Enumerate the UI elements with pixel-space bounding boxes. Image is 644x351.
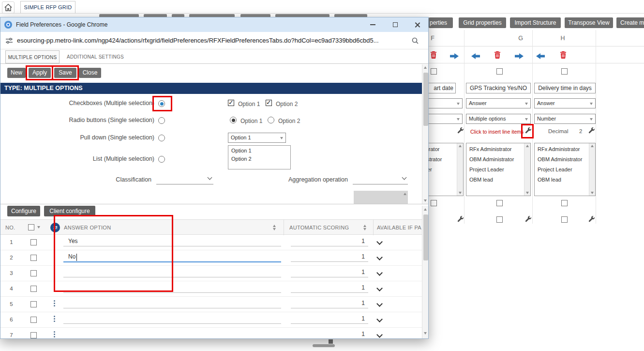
form-scrollbar[interactable] bbox=[422, 64, 429, 204]
scroll-up-icon[interactable] bbox=[591, 145, 594, 147]
window-titlebar[interactable]: Field Preferences - Google Chrome bbox=[0, 17, 428, 32]
field-preferences-wrench-icon[interactable] bbox=[457, 215, 464, 223]
row-checkbox[interactable] bbox=[30, 255, 37, 261]
row-checkbox[interactable] bbox=[30, 317, 37, 323]
field-subtype-select[interactable]: Number bbox=[534, 114, 596, 124]
chevron-down-icon[interactable] bbox=[37, 226, 40, 229]
classification-dropdown[interactable] bbox=[156, 174, 213, 184]
table-scrollbar[interactable] bbox=[422, 206, 429, 339]
list-item[interactable]: OBM Administrator bbox=[535, 154, 582, 165]
list-item[interactable]: Project Leader bbox=[466, 165, 514, 175]
row-options-chevron[interactable] bbox=[376, 285, 383, 291]
scroll-down-icon[interactable] bbox=[424, 332, 427, 335]
import-structure-button[interactable]: Import Structure bbox=[510, 17, 561, 28]
option1-checkbox[interactable] bbox=[228, 100, 234, 106]
scrollbar-thumb[interactable] bbox=[423, 214, 428, 260]
listbox-scrollbar[interactable] bbox=[457, 143, 463, 196]
grid-checkbox[interactable] bbox=[431, 200, 437, 206]
save-button[interactable]: Save bbox=[54, 68, 76, 78]
answer-input[interactable]: Yes bbox=[68, 238, 78, 244]
row-options-chevron[interactable] bbox=[376, 301, 383, 307]
col-header-answer-option[interactable]: ANSWER OPTION bbox=[64, 220, 111, 235]
column-properties-button-partial[interactable]: perties bbox=[429, 17, 453, 28]
grid-checkbox[interactable] bbox=[561, 216, 568, 223]
field-preferences-wrench-icon[interactable] bbox=[524, 127, 532, 134]
field-name-input[interactable]: Delivery time in days bbox=[534, 83, 596, 93]
grid-checkbox[interactable] bbox=[431, 68, 437, 75]
row-drag-handle-icon[interactable] bbox=[54, 331, 55, 337]
row-checkbox[interactable] bbox=[30, 301, 37, 307]
scroll-up-icon[interactable] bbox=[424, 208, 427, 211]
row-checkbox[interactable] bbox=[30, 239, 37, 245]
score-input[interactable]: 1 bbox=[291, 315, 365, 322]
col-header-no[interactable]: NO. bbox=[5, 220, 15, 235]
scroll-down-icon[interactable] bbox=[424, 199, 427, 202]
pulldown-select[interactable]: Option 1 bbox=[228, 133, 286, 143]
row-drag-handle-icon[interactable] bbox=[54, 300, 55, 306]
roles-listbox[interactable]: RFx Administrator OBM Administrator Proj… bbox=[466, 143, 531, 196]
score-input[interactable]: 1 bbox=[291, 238, 365, 244]
field-type-select[interactable]: Answer bbox=[534, 98, 596, 108]
list-item[interactable]: Option 1 bbox=[228, 147, 252, 155]
grid-properties-button[interactable]: Grid properties bbox=[459, 17, 506, 28]
row-options-chevron[interactable] bbox=[376, 316, 383, 322]
reorder-rows-icon[interactable] bbox=[50, 223, 60, 232]
scroll-up-icon[interactable] bbox=[526, 145, 529, 147]
answer-input-focused[interactable]: No bbox=[68, 253, 75, 260]
row-checkbox[interactable] bbox=[30, 286, 37, 292]
col-header-available-if[interactable]: AVAILABLE IF PAR bbox=[377, 220, 421, 235]
field-name-input[interactable]: GPS Tracking Yes/NO bbox=[466, 83, 531, 93]
sort-icon[interactable] bbox=[363, 225, 366, 230]
field-preferences-wrench-icon[interactable] bbox=[457, 127, 464, 134]
transpose-view-button[interactable]: Transpose View bbox=[565, 17, 613, 28]
checkboxes-radio[interactable] bbox=[158, 100, 165, 107]
option2-radio[interactable] bbox=[268, 117, 274, 123]
scroll-down-icon[interactable] bbox=[459, 192, 462, 194]
field-type-select-partial[interactable] bbox=[424, 98, 463, 108]
sort-icon[interactable] bbox=[273, 225, 276, 230]
pulldown-radio[interactable] bbox=[158, 135, 165, 141]
row-options-chevron[interactable] bbox=[376, 332, 383, 338]
tab-multiple-options[interactable]: MULTIPLE OPTIONS bbox=[5, 50, 60, 63]
maximize-button[interactable] bbox=[388, 17, 403, 32]
page-hscrollbar-thumb[interactable] bbox=[313, 344, 335, 347]
grid-checkbox[interactable] bbox=[496, 68, 503, 75]
move-column-left-icon[interactable] bbox=[471, 53, 480, 59]
radio-buttons-radio[interactable] bbox=[158, 117, 165, 124]
list-radio[interactable] bbox=[158, 156, 165, 163]
row-checkbox[interactable] bbox=[30, 332, 37, 338]
listbox-scrollbar[interactable] bbox=[589, 143, 595, 196]
zoom-icon[interactable] bbox=[411, 37, 419, 45]
scroll-up-icon[interactable] bbox=[424, 66, 427, 69]
list-item[interactable]: OBM Administrator bbox=[466, 154, 514, 165]
field-preferences-wrench-icon[interactable] bbox=[524, 215, 532, 223]
home-button[interactable] bbox=[2, 1, 15, 14]
score-input[interactable]: 1 bbox=[291, 269, 365, 275]
roles-listbox-partial[interactable]: RFx Administrator OBM Administrator Proj… bbox=[424, 143, 464, 196]
list-item[interactable]: RFx Administrator bbox=[535, 144, 582, 154]
client-configure-button[interactable]: Client configure bbox=[44, 206, 95, 216]
field-preferences-wrench-icon[interactable] bbox=[588, 127, 595, 134]
scroll-down-icon[interactable] bbox=[591, 192, 594, 194]
configure-button[interactable]: Configure bbox=[7, 206, 40, 216]
scroll-up-icon[interactable] bbox=[404, 193, 406, 195]
tab-simple-rfp-grid[interactable]: SIMPLE RFP GRID bbox=[20, 1, 75, 13]
delete-column-icon[interactable] bbox=[430, 51, 437, 59]
list-item[interactable]: Option 2 bbox=[228, 155, 252, 163]
score-input[interactable]: 1 bbox=[291, 331, 365, 337]
field-subtype-select[interactable]: Multiple options bbox=[466, 114, 531, 124]
page-scroll-handle[interactable] bbox=[329, 339, 333, 344]
delete-column-icon[interactable] bbox=[494, 51, 501, 59]
field-subtype-select-partial[interactable] bbox=[424, 114, 463, 124]
delete-column-icon[interactable] bbox=[559, 51, 567, 59]
row-options-chevron[interactable] bbox=[376, 270, 383, 276]
option1-radio[interactable] bbox=[230, 117, 237, 123]
col-header-automatic-scoring[interactable]: AUTOMATIC SCORING bbox=[289, 220, 349, 235]
insert-line-items-link[interactable]: Click to insert line items bbox=[470, 129, 524, 135]
minimize-button[interactable] bbox=[365, 17, 380, 32]
score-input[interactable]: 1 bbox=[291, 253, 365, 260]
field-type-select[interactable]: Answer bbox=[466, 98, 531, 108]
row-checkbox[interactable] bbox=[30, 270, 37, 276]
roles-listbox[interactable]: RFx Administrator OBM Administrator Proj… bbox=[534, 143, 596, 196]
row-options-chevron[interactable] bbox=[376, 239, 383, 245]
